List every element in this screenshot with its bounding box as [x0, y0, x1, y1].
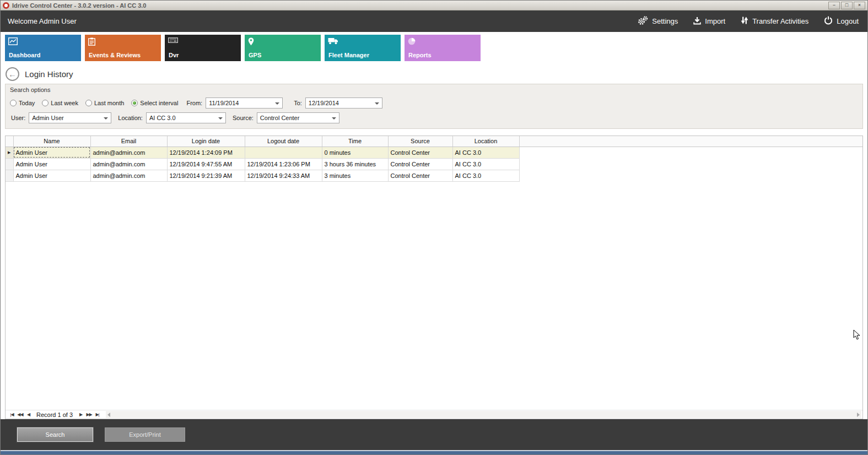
cell-email: admin@admin.com	[90, 147, 167, 158]
search-options-title: Search options	[10, 86, 858, 93]
cell-email: admin@admin.com	[90, 170, 167, 181]
export-print-button[interactable]: Export/Print	[105, 427, 185, 442]
transfer-arrows-icon	[741, 16, 748, 26]
titlebar: Idrive Control Center - 3.0.2 version - …	[1, 1, 867, 10]
search-options-panel: Search options Today Last week Last mont…	[5, 84, 863, 129]
scroll-right-icon[interactable]	[857, 413, 860, 417]
from-label: From:	[186, 100, 202, 106]
top-header-bar: Welcome Admin User Settings Import Trans…	[1, 10, 867, 32]
close-button[interactable]: ×	[854, 2, 865, 9]
tile-dashboard[interactable]: Dashboard	[5, 35, 81, 61]
radio-today-circle	[10, 100, 17, 106]
gears-icon	[637, 16, 648, 27]
welcome-text: Welcome Admin User	[8, 17, 77, 25]
power-icon	[824, 16, 833, 26]
cell-name: Admin User	[13, 147, 90, 158]
nav-tiles: Dashboard Events & Reviews Dvr GPS Fleet…	[1, 32, 867, 64]
cell-login-date: 12/19/2014 1:24:09 PM	[167, 147, 245, 158]
from-date-dropdown[interactable]: 11/19/2014	[206, 98, 283, 109]
radio-last-week[interactable]: Last week	[42, 100, 78, 106]
radio-last-month[interactable]: Last month	[85, 100, 124, 106]
tile-events-reviews[interactable]: Events & Reviews	[85, 35, 161, 61]
logout-label: Logout	[837, 17, 859, 25]
cell-location: AI CC 3.0	[452, 170, 519, 181]
cell-email: admin@admin.com	[90, 158, 167, 170]
table-header-row: Name Email Login date Logout date Time S…	[6, 136, 862, 147]
app-window: Idrive Control Center - 3.0.2 version - …	[0, 0, 868, 455]
tile-reports[interactable]: Reports	[405, 35, 481, 61]
column-header-name[interactable]: Name	[13, 136, 90, 147]
to-date-dropdown[interactable]: 12/19/2014	[305, 98, 382, 109]
user-dropdown[interactable]: Admin User	[29, 112, 111, 123]
horizontal-scrollbar[interactable]	[106, 411, 861, 418]
settings-label: Settings	[652, 17, 678, 25]
cell-name: Admin User	[13, 158, 90, 170]
record-count-text: Record 1 of 3	[36, 411, 73, 418]
import-button[interactable]: Import	[693, 17, 725, 26]
settings-button[interactable]: Settings	[637, 16, 678, 27]
first-record-button[interactable]: |◀	[8, 412, 16, 417]
radio-last-week-circle	[42, 100, 48, 106]
back-arrow-icon: ←	[8, 69, 17, 79]
location-dropdown[interactable]: AI CC 3.0	[146, 112, 226, 123]
prev-record-button[interactable]: ◀	[24, 412, 33, 417]
table-row[interactable]: Admin User admin@admin.com 12/19/2014 9:…	[6, 170, 862, 181]
import-icon	[693, 17, 701, 26]
transfer-activities-button[interactable]: Transfer Activities	[741, 16, 808, 26]
import-label: Import	[705, 17, 725, 25]
minimize-button[interactable]: −	[828, 2, 840, 9]
prev-page-button[interactable]: ◀◀	[16, 412, 24, 417]
logout-button[interactable]: Logout	[824, 16, 859, 26]
interval-filter-row: Today Last week Last month Select interv…	[10, 98, 858, 109]
location-value: AI CC 3.0	[149, 115, 176, 121]
transfer-activities-label: Transfer Activities	[752, 17, 808, 25]
radio-select-interval[interactable]: Select interval	[131, 100, 178, 106]
cell-name: Admin User	[13, 170, 90, 181]
back-button[interactable]: ←	[6, 67, 19, 81]
table-row[interactable]: Admin User admin@admin.com 12/19/2014 9:…	[6, 158, 862, 170]
cell-time: 3 hours 36 minutes	[322, 158, 388, 170]
table-row[interactable]: ▶ Admin User admin@admin.com 12/19/2014 …	[6, 147, 862, 158]
column-header-time[interactable]: Time	[322, 136, 388, 147]
cell-source: Control Center	[388, 147, 452, 158]
source-dropdown[interactable]: Control Center	[257, 112, 339, 123]
cell-location: AI CC 3.0	[452, 158, 519, 170]
tile-events-reviews-label: Events & Reviews	[89, 52, 141, 58]
user-value: Admin User	[32, 115, 63, 121]
tile-fleet-manager-label: Fleet Manager	[328, 52, 369, 58]
footer-bar: Search Export/Print	[1, 419, 867, 450]
to-label: To:	[294, 100, 302, 106]
column-header-location[interactable]: Location	[452, 136, 519, 147]
scroll-left-icon[interactable]	[107, 413, 110, 417]
last-record-button[interactable]: ▶|	[93, 412, 101, 417]
radio-last-month-label: Last month	[94, 100, 124, 106]
next-page-button[interactable]: ▶▶	[85, 412, 93, 417]
radio-last-month-circle	[85, 100, 92, 106]
cell-source: Control Center	[388, 158, 452, 170]
tile-reports-label: Reports	[408, 52, 432, 58]
column-header-login-date[interactable]: Login date	[167, 136, 245, 147]
search-button[interactable]: Search	[17, 427, 93, 442]
radio-last-week-label: Last week	[51, 100, 78, 106]
location-label: Location:	[118, 115, 143, 121]
next-record-button[interactable]: ▶	[77, 412, 85, 417]
row-indicator-header	[6, 136, 13, 147]
column-header-logout-date[interactable]: Logout date	[245, 136, 322, 147]
from-date-value: 11/19/2014	[209, 100, 239, 106]
tile-dvr[interactable]: Dvr	[165, 35, 241, 61]
cell-logout-date	[245, 147, 322, 158]
tile-fleet-manager[interactable]: Fleet Manager	[325, 35, 401, 61]
tile-gps[interactable]: GPS	[245, 35, 321, 61]
radio-today[interactable]: Today	[10, 100, 35, 106]
maximize-button[interactable]: □	[841, 2, 853, 9]
cell-login-date: 12/19/2014 9:21:39 AM	[167, 170, 245, 181]
page-title-row: ← Login History	[1, 64, 867, 84]
column-header-email[interactable]: Email	[90, 136, 167, 147]
radio-select-interval-circle	[131, 100, 138, 106]
record-navigator: |◀ ◀◀ ◀ Record 1 of 3 ▶ ▶▶ ▶|	[6, 410, 862, 419]
tile-gps-label: GPS	[249, 52, 261, 58]
login-history-table: Name Email Login date Logout date Time S…	[6, 136, 862, 182]
column-header-source[interactable]: Source	[388, 136, 452, 147]
cell-location: AI CC 3.0	[452, 147, 519, 158]
user-label: User:	[11, 115, 25, 121]
